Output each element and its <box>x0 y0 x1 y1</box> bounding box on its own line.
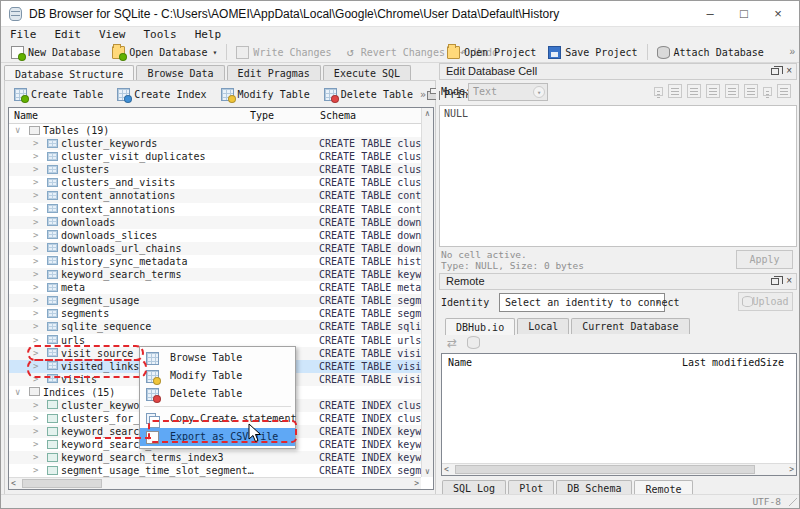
tree-row[interactable]: >cluster_visit_duplicatesCREATE TABLE cl… <box>9 150 421 163</box>
toolbar-button-attach-database[interactable]: Attach Database <box>651 44 770 61</box>
collapse-icon[interactable]: ∨ <box>15 124 20 137</box>
tree-column-name[interactable]: Name <box>14 110 38 121</box>
tree-horizontal-scrollbar[interactable]: < > <box>9 477 421 489</box>
expand-icon[interactable]: > <box>33 281 38 294</box>
expand-icon[interactable]: > <box>33 399 38 412</box>
expand-icon[interactable]: > <box>33 229 38 242</box>
menu-item-view[interactable]: View <box>90 27 135 42</box>
tree-row[interactable]: >urlsCREATE TABLE urls( <box>9 334 421 347</box>
remote-column-size[interactable]: Size <box>760 357 784 368</box>
open-file-icon[interactable] <box>687 84 701 98</box>
tree-row[interactable]: >clusters_and_visitsCREATE TABLE clust <box>9 176 421 189</box>
tree-row[interactable]: >keyword_search_termsCREATE TABLE keywo <box>9 268 421 281</box>
expand-icon[interactable]: > <box>33 307 38 320</box>
remote-horizontal-scrollbar[interactable]: < > <box>442 463 796 475</box>
menu-item-export-as-csv-file[interactable]: Export as CSV file <box>140 428 295 446</box>
tree-row[interactable]: >context_annotationsCREATE TABLE conte <box>9 203 421 216</box>
expand-icon[interactable]: > <box>33 320 38 333</box>
expand-icon[interactable]: > <box>33 150 38 163</box>
menu-item-browse-table[interactable]: Browse Table <box>140 349 295 367</box>
refresh-icon[interactable]: ⇄ <box>447 336 457 350</box>
export-icon[interactable] <box>744 84 758 98</box>
toolbar-button-save-project[interactable]: Save Project <box>542 44 643 61</box>
close-panel-icon[interactable]: × <box>786 66 792 76</box>
toolbar-button-revert-changes[interactable]: ↺Revert Changes <box>338 44 451 61</box>
expand-icon[interactable]: > <box>33 347 38 360</box>
close-panel-icon[interactable]: × <box>786 276 792 286</box>
expand-icon[interactable]: > <box>33 451 38 464</box>
cell-editor[interactable]: NULL <box>439 105 797 247</box>
menu-item-copy-create-statement[interactable]: Copy Create statement <box>140 410 295 428</box>
menu-item-file[interactable]: File <box>1 27 46 42</box>
expand-icon[interactable]: > <box>33 176 38 189</box>
menu-item-delete-table[interactable]: Delete Table <box>140 385 295 403</box>
scroll-left-icon[interactable]: < <box>444 465 449 474</box>
create-index-button[interactable]: Create Index <box>110 86 213 103</box>
tree-vertical-scrollbar[interactable]: ∧ ∨ <box>421 108 433 477</box>
tree-row[interactable]: >keyword_search_terms_index3CREATE INDEX… <box>9 451 421 464</box>
float-panel-icon[interactable] <box>771 278 779 285</box>
menu-item-edit[interactable]: Edit <box>46 27 91 42</box>
expand-icon[interactable]: > <box>33 242 38 255</box>
scroll-left-icon[interactable]: < <box>11 479 16 488</box>
tab-dbhub-io[interactable]: DBHub.io <box>445 318 515 335</box>
align-icon[interactable] <box>668 84 682 98</box>
tree-row[interactable]: >downloadsCREATE TABLE downl <box>9 216 421 229</box>
modify-table-button[interactable]: Modify Table <box>214 86 317 103</box>
menu-item-tools[interactable]: Tools <box>135 27 186 42</box>
toolbar-button-new-database[interactable]: New Database <box>5 44 106 61</box>
tree-row[interactable]: >sqlite_sequenceCREATE TABLE sqlit <box>9 320 421 333</box>
scroll-right-icon[interactable]: > <box>789 465 794 474</box>
expand-icon[interactable]: > <box>33 412 38 425</box>
tree-row[interactable]: >metaCREATE TABLE meta( <box>9 281 421 294</box>
scroll-down-icon[interactable]: ∨ <box>422 467 433 476</box>
expand-icon[interactable]: > <box>33 334 38 347</box>
structure-overflow-chevron[interactable]: » <box>420 89 426 100</box>
tab-local[interactable]: Local <box>517 318 569 334</box>
expand-icon[interactable]: > <box>33 216 38 229</box>
upload-button[interactable]: Upload <box>738 292 793 311</box>
toolbar-button-write-changes[interactable]: Write Changes <box>230 44 337 61</box>
tree-row[interactable]: >downloads_url_chainsCREATE TABLE downl <box>9 242 421 255</box>
tree-row[interactable]: >segmentsCREATE TABLE segme <box>9 307 421 320</box>
menu-item-modify-table[interactable]: Modify Table <box>140 367 295 385</box>
tab-browse-data[interactable]: Browse Data <box>136 65 224 81</box>
expand-icon[interactable]: > <box>33 294 38 307</box>
toolbar-button-open-project[interactable]: Open Project <box>441 44 542 61</box>
minimize-button[interactable]: – <box>693 1 727 26</box>
tree-row[interactable]: >downloads_slicesCREATE TABLE downl <box>9 229 421 242</box>
expand-icon[interactable]: > <box>33 203 38 216</box>
expand-icon[interactable]: > <box>33 163 38 176</box>
save-file-icon[interactable] <box>706 84 720 98</box>
remote-column-name[interactable]: Name <box>448 357 472 368</box>
tree-row[interactable]: >cluster_keywordsCREATE TABLE clust <box>9 137 421 150</box>
identity-select[interactable]: Select an identity to connect ▾ <box>499 293 665 312</box>
scroll-up-icon[interactable]: ∧ <box>422 109 433 118</box>
clone-database-icon[interactable] <box>467 336 480 349</box>
create-table-button[interactable]: Create Table <box>7 86 110 103</box>
expand-icon[interactable]: > <box>33 425 38 438</box>
close-button[interactable]: × <box>761 1 795 26</box>
tab-execute-sql[interactable]: Execute SQL <box>323 65 411 81</box>
collapse-icon[interactable]: ∨ <box>15 386 20 399</box>
tree-group-row[interactable]: ∨Tables (19) <box>9 124 421 137</box>
font-icon[interactable] <box>654 87 663 96</box>
tree-row[interactable]: >history_sync_metadataCREATE TABLE histo <box>9 255 421 268</box>
expand-icon[interactable]: > <box>33 137 38 150</box>
tab-edit-pragmas[interactable]: Edit Pragmas <box>227 65 321 81</box>
tree-row[interactable]: >content_annotationsCREATE TABLE conte <box>9 189 421 202</box>
tab-current-database[interactable]: Current Database <box>571 318 689 334</box>
remote-column-last-modified[interactable]: Last modified <box>682 357 760 368</box>
print-cell-icon[interactable] <box>777 84 791 98</box>
hscroll-thumb[interactable] <box>22 479 102 488</box>
expand-icon[interactable]: > <box>33 373 38 386</box>
tree-row[interactable]: >segment_usageCREATE TABLE segme <box>9 294 421 307</box>
expand-icon[interactable]: > <box>33 255 38 268</box>
expand-icon[interactable]: > <box>33 360 38 373</box>
toolbar-button-open-database[interactable]: Open Database▾ <box>106 44 223 61</box>
expand-icon[interactable]: > <box>33 464 38 477</box>
maximize-button[interactable]: □ <box>727 1 761 26</box>
tree-column-type[interactable]: Type <box>250 110 274 121</box>
scroll-right-icon[interactable]: > <box>414 479 419 488</box>
encoding-indicator[interactable]: UTF-8 <box>752 496 781 507</box>
